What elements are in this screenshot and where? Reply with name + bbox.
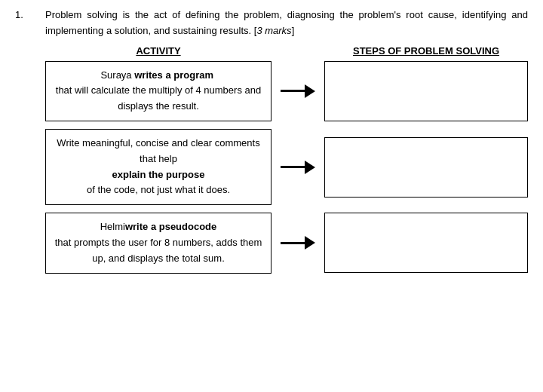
arrow-area-2 bbox=[272, 161, 324, 174]
arrow-head-3 bbox=[305, 236, 315, 250]
question-text: Problem solving is the act of defining t… bbox=[45, 8, 528, 39]
table-headers: ACTIVITY STEPS OF PROBLEM SOLVING bbox=[45, 45, 528, 57]
bold-text-1: writes a program bbox=[132, 68, 216, 84]
arrow-area-1 bbox=[272, 84, 324, 98]
table-row: Helmi write a pseudocode that prompts th… bbox=[45, 213, 528, 273]
arrow-body-3 bbox=[281, 242, 305, 244]
arrow-head-2 bbox=[305, 161, 315, 174]
arrow-icon-1 bbox=[281, 84, 315, 98]
activity-content-3: Helmi write a pseudocode that prompts th… bbox=[54, 219, 263, 266]
question-block: 1. Problem solving is the act of definin… bbox=[15, 8, 528, 39]
question-number: 1. bbox=[15, 8, 45, 39]
activity-box-2: Write meaningful, concise and clear comm… bbox=[45, 129, 272, 205]
table-row: Suraya writes a program that will calcul… bbox=[45, 61, 528, 121]
header-steps: STEPS OF PROBLEM SOLVING bbox=[324, 45, 528, 57]
arrow-body-1 bbox=[281, 90, 305, 92]
table-row: Write meaningful, concise and clear comm… bbox=[45, 129, 528, 205]
activity-content-2: Write meaningful, concise and clear comm… bbox=[54, 136, 263, 198]
activity-box-1: Suraya writes a program that will calcul… bbox=[45, 61, 272, 121]
activity-content-1: Suraya writes a program that will calcul… bbox=[54, 68, 263, 115]
steps-box-2 bbox=[324, 137, 528, 198]
activity-box-3: Helmi write a pseudocode that prompts th… bbox=[45, 213, 272, 273]
bold-text-3: write a pseudocode bbox=[125, 219, 216, 235]
arrow-head-1 bbox=[305, 84, 315, 98]
arrow-icon-2 bbox=[281, 161, 315, 174]
table-section: ACTIVITY STEPS OF PROBLEM SOLVING Suraya… bbox=[45, 45, 528, 274]
marks-text: 3 marks bbox=[256, 25, 291, 36]
arrow-icon-3 bbox=[281, 236, 315, 250]
steps-box-3 bbox=[324, 213, 528, 273]
arrow-body-2 bbox=[281, 166, 305, 168]
header-arrow-space bbox=[272, 45, 324, 57]
header-activity: ACTIVITY bbox=[45, 45, 272, 57]
bold-text-2a: explain the purpose bbox=[112, 167, 205, 183]
arrow-area-3 bbox=[272, 236, 324, 250]
steps-box-1 bbox=[324, 61, 528, 121]
